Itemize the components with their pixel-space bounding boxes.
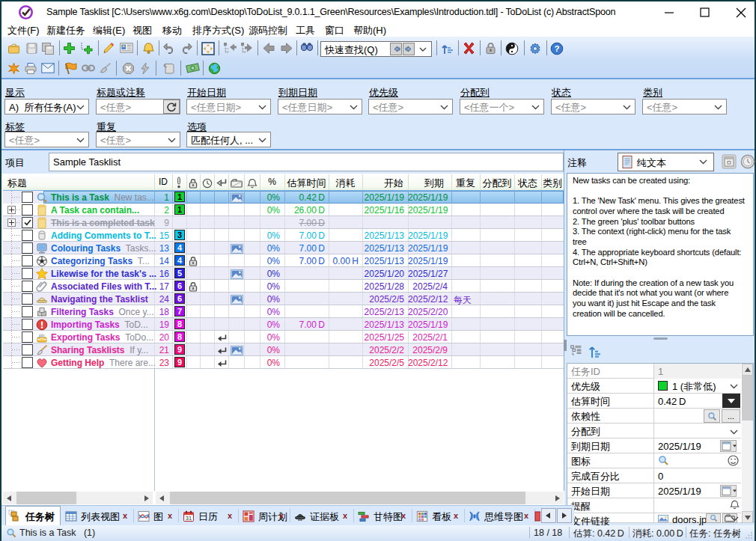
svg-text:?: ? bbox=[554, 44, 559, 53]
svg-text:31: 31 bbox=[186, 515, 192, 522]
